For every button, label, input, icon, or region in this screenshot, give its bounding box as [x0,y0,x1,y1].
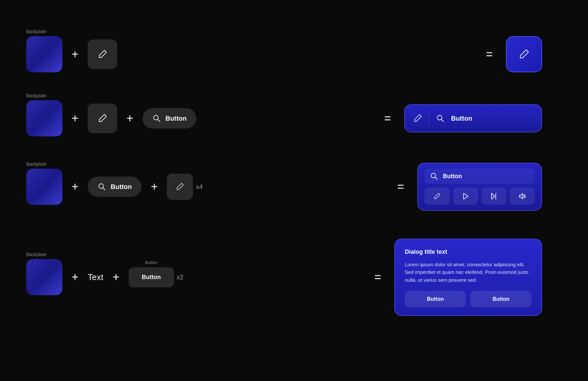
svg-marker-8 [464,193,468,199]
pencil-icon-2 [97,113,108,124]
edit-icon-btn-2[interactable] [88,104,117,133]
operator-2-2: + [126,111,133,125]
multiplier-4: x2 [177,274,184,281]
equals-2: = [384,111,391,125]
result-icon-cell-4[interactable] [510,188,535,205]
play-icon-result-3 [462,192,469,200]
result-button-label-2: Button [451,115,472,122]
backplate-square-2 [26,100,62,136]
pencil-icon-3 [175,182,185,191]
result-icon-cell-3[interactable] [481,188,507,205]
result-row3-bottom [425,188,535,205]
dialog-title: Dialog title text [405,249,532,255]
svg-line-5 [103,188,105,190]
pencil-icon-result-1 [518,48,530,60]
search-pill-3[interactable]: Button [88,177,142,197]
button-dark-pill-4[interactable]: Button [129,267,174,287]
pencil-icon-result-2 [413,113,423,123]
result-row2[interactable]: Button [404,104,542,132]
row4-result: Dialog title text Lorem ipsum dolor sit … [394,239,562,316]
operator-4-1: + [72,270,78,284]
equals-1: = [486,47,493,61]
search-icon-3 [98,182,106,191]
divider-row2 [429,110,429,127]
dialog-btn-1[interactable]: Button [405,291,466,307]
backplate-square-3 [26,169,62,205]
row-3: Backplate + Button + x4 = [26,163,562,211]
button-label-2: Button [165,115,186,122]
dialog-btn-2[interactable]: Button [470,291,532,307]
operator-3-2: + [151,180,158,194]
main-container: Backplate + = Backplate [0,0,588,381]
row3-left: Backplate + Button + x4 [26,169,384,205]
button-dark-pill-label-4: Button [142,274,161,280]
svg-marker-11 [519,194,523,199]
volume-icon-result-3 [518,192,526,200]
equals-3: = [397,180,404,194]
edit-icon-btn-3[interactable] [167,174,193,200]
operator-3-1: + [72,180,78,194]
backplate-square-1 [26,36,62,72]
backplate-wrapper-1: Backplate [26,36,62,72]
row2-result: Button [404,104,562,132]
backplate-label-2: Backplate [26,93,46,98]
backplate-label-1: Backplate [26,29,46,34]
operator-1-1: + [72,47,78,61]
backplate-wrapper-4: Backplate [26,259,62,295]
row1-result [506,36,562,72]
backplate-wrapper-2: Backplate [26,100,62,136]
result-row3[interactable]: Button [417,163,542,211]
forward-icon-result-3 [490,192,498,200]
svg-line-3 [442,120,444,122]
result-button-label-3: Button [443,173,462,180]
search-icon-2 [152,114,161,123]
backplate-label-3: Backplate [26,161,46,167]
search-icon-result-2 [436,114,445,123]
result-icon-cell-2[interactable] [453,188,478,205]
result-row3-top: Button [425,169,535,184]
operator-4-2: + [113,270,120,284]
search-icon-result-3 [430,172,438,180]
dialog-buttons: Button Button [405,291,532,307]
btn-wrapper-4: Button Button [129,267,174,287]
result-icon-cell-1[interactable] [425,188,450,205]
equals-4: = [374,270,381,284]
backplate-wrapper-3: Backplate [26,169,62,205]
backplate-label-4: Backplate [26,252,46,257]
row-1: Backplate + = [26,36,562,72]
backplate-square-4 [26,259,62,295]
pencil-icon-1 [97,49,108,60]
svg-line-7 [435,178,438,180]
text-label-4: Text [88,272,103,282]
row1-left: Backplate + [26,36,473,72]
multiplier-3: x4 [196,183,203,191]
operator-2-1: + [72,111,78,125]
result-icon-pill-1[interactable] [506,36,542,72]
pencil-icon-result-3a [433,192,441,200]
search-pill-2[interactable]: Button [142,108,196,129]
edit-icon-btn-1[interactable] [88,39,117,69]
svg-line-1 [158,120,160,122]
button-label-3: Button [111,183,132,191]
row2-left: Backplate + + Button [26,100,371,136]
row-4: Backplate + Text + Button Button x2 = Di… [26,239,562,316]
dialog-body: Lorem ipsum dolor sit amet, consectetur … [405,261,532,284]
row3-result: Button [417,163,562,211]
btn-label-above-4: Button [145,260,158,265]
result-dialog-4[interactable]: Dialog title text Lorem ipsum dolor sit … [394,239,542,316]
svg-marker-9 [491,193,495,199]
row4-left: Backplate + Text + Button Button x2 [26,259,361,295]
row-2: Backplate + + Button = [26,100,562,136]
